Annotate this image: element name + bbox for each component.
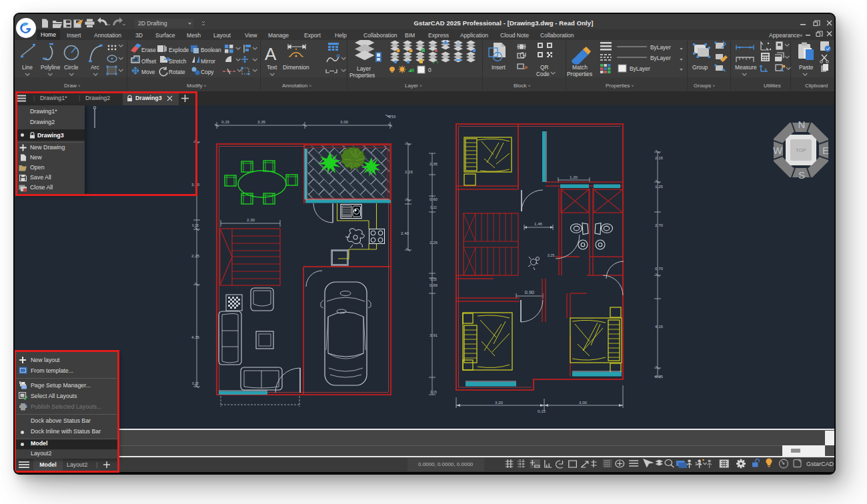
svg-text:0.90: 0.90: [525, 289, 535, 295]
svg-text:Dimension: Dimension: [283, 64, 309, 71]
svg-text:Rotate: Rotate: [169, 69, 185, 75]
svg-text:A: A: [265, 44, 277, 64]
svg-text:Line: Line: [22, 64, 33, 71]
svg-text:Erase: Erase: [141, 47, 156, 53]
svg-text:Stretch: Stretch: [169, 58, 187, 65]
svg-text:TOP: TOP: [796, 147, 806, 153]
svg-text:2,15: 2,15: [655, 155, 664, 160]
svg-text:0,15: 0,15: [538, 409, 546, 413]
svg-text:1,25: 1,25: [655, 184, 664, 189]
svg-text:Group: Group: [692, 64, 708, 71]
svg-text:Paste: Paste: [799, 64, 814, 71]
svg-text:Text: Text: [267, 64, 277, 71]
svg-text:2,15: 2,15: [405, 169, 413, 174]
svg-text:0,15: 0,15: [221, 119, 230, 124]
svg-text:Copy: Copy: [201, 69, 214, 75]
svg-text:3,00: 3,00: [340, 119, 349, 124]
svg-text:E: E: [822, 145, 829, 156]
svg-text:3,25: 3,25: [548, 253, 555, 257]
svg-text:Code: Code: [536, 71, 550, 77]
svg-text:Move: Move: [141, 69, 155, 75]
svg-text:1,45: 1,45: [534, 221, 543, 226]
svg-text:Circle: Circle: [64, 64, 79, 71]
svg-text:Boolean: Boolean: [201, 47, 221, 53]
svg-text:4,35: 4,35: [191, 335, 200, 339]
svg-text:0,15: 0,15: [430, 390, 437, 394]
svg-text:3,00: 3,00: [579, 400, 588, 405]
svg-text:2,25: 2,25: [429, 240, 438, 245]
svg-text:3,20: 3,20: [495, 400, 504, 405]
svg-text:ByLayer: ByLayer: [650, 55, 671, 61]
svg-text:S: S: [798, 169, 805, 181]
svg-text:Offset: Offset: [141, 58, 157, 65]
svg-text:2,70: 2,70: [655, 223, 664, 227]
svg-text:2D Drafting: 2D Drafting: [138, 20, 167, 27]
svg-text:0,69: 0,69: [429, 283, 438, 287]
svg-text:Properties: Properties: [349, 72, 375, 79]
svg-text:ByLayer: ByLayer: [630, 65, 650, 72]
svg-text:Mirror: Mirror: [201, 58, 215, 65]
svg-text:0,15: 0,15: [430, 277, 437, 281]
svg-text:4,15: 4,15: [655, 324, 664, 329]
svg-text:0: 0: [428, 67, 431, 73]
svg-text:Explode: Explode: [169, 47, 189, 53]
svg-text:Arc: Arc: [91, 64, 99, 71]
svg-text:0,60: 0,60: [429, 197, 438, 201]
svg-text:QR: QR: [540, 64, 549, 71]
svg-text:Properties: Properties: [567, 71, 592, 77]
svg-text:0,22: 0,22: [430, 205, 437, 209]
svg-text:Measure: Measure: [735, 64, 757, 71]
svg-text:2,25: 2,25: [191, 253, 200, 258]
svg-text:0,15: 0,15: [192, 223, 199, 227]
svg-text:0,70: 0,70: [655, 266, 664, 271]
svg-text:0,25: 0,25: [655, 374, 664, 379]
svg-text:3,35: 3,35: [257, 119, 266, 124]
svg-text:N: N: [798, 119, 806, 130]
svg-text:2,30: 2,30: [247, 217, 255, 222]
svg-text:1,20: 1,20: [570, 175, 578, 179]
svg-text:ByLayer: ByLayer: [650, 44, 671, 51]
svg-text:W: W: [773, 145, 783, 156]
svg-text:2,35: 2,35: [429, 161, 438, 166]
svg-text:0,15: 0,15: [389, 115, 396, 119]
svg-text:3,91: 3,91: [429, 333, 438, 337]
svg-text:Polyline: Polyline: [41, 64, 61, 71]
svg-text:Insert: Insert: [492, 64, 506, 71]
svg-text:Match: Match: [572, 64, 588, 71]
svg-text:0,15: 0,15: [192, 381, 199, 385]
svg-text:Layer: Layer: [357, 65, 371, 72]
svg-text:2,40: 2,40: [401, 231, 409, 235]
